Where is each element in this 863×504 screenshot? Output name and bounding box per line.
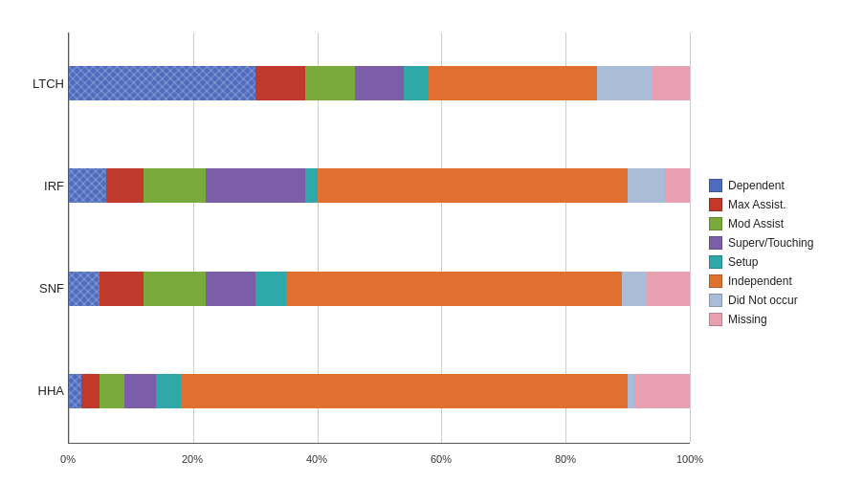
x-axis: 0%20%40%60%80%100% <box>68 453 690 472</box>
bar-label-snf: SNF <box>16 281 64 296</box>
segment-superv-touching <box>124 374 155 408</box>
segment-did-not-occur <box>622 272 647 306</box>
legend-item-did-not-occur: Did Not occur <box>709 294 843 307</box>
segment-setup <box>255 272 286 306</box>
segment-dependent <box>69 272 100 306</box>
bars-section: LTCHIRFSNFHHA <box>68 33 690 444</box>
segment-dependent <box>69 168 106 203</box>
legend-item-mod-assist: Mod Assist <box>709 217 843 230</box>
bar-row-snf: SNF <box>69 265 690 313</box>
segment-missing <box>653 66 690 100</box>
segment-superv-touching <box>206 272 255 306</box>
segment-did-not-occur <box>597 66 653 100</box>
bar-row-irf: IRF <box>69 162 690 209</box>
legend-item-missing: Missing <box>709 313 843 326</box>
segment-superv-touching <box>206 168 305 203</box>
legend-label-setup: Setup <box>728 255 758 269</box>
legend-color-superv-touching <box>709 236 722 250</box>
x-label-5: 100% <box>676 453 703 465</box>
legend-color-mod-assist <box>709 217 722 230</box>
bar-row-hha: HHA <box>69 367 690 415</box>
segment-independent <box>429 66 596 100</box>
stacked-bar-irf <box>69 168 690 203</box>
x-label-1: 20% <box>182 453 203 465</box>
stacked-bar-hha <box>69 374 690 408</box>
legend-label-mod-assist: Mod Assist <box>728 217 784 230</box>
legend-label-did-not-occur: Did Not occur <box>728 294 798 307</box>
legend-color-max-assist- <box>709 198 722 211</box>
legend-item-setup: Setup <box>709 255 843 269</box>
segment-superv-touching <box>355 66 405 100</box>
segment-independent <box>181 374 628 408</box>
chart-container: LTCHIRFSNFHHA 0%20%40%60%80%100% Depende… <box>11 13 852 492</box>
legend-item-superv-touching: Superv/Touching <box>709 236 843 250</box>
segment-independent <box>318 168 629 203</box>
legend-color-setup <box>709 255 722 269</box>
chart-area: LTCHIRFSNFHHA 0%20%40%60%80%100% <box>11 23 699 482</box>
legend-item-dependent: Dependent <box>709 179 843 192</box>
legend-color-missing <box>709 313 722 326</box>
segment-mod-assist <box>305 66 355 100</box>
segment-mod-assist <box>144 168 206 203</box>
legend-label-independent: Independent <box>728 274 792 288</box>
bar-row-ltch: LTCH <box>69 59 690 107</box>
legend-color-did-not-occur <box>709 294 722 307</box>
legend-label-missing: Missing <box>728 313 767 326</box>
legend-label-dependent: Dependent <box>728 179 785 192</box>
segment-max-assist- <box>81 374 100 408</box>
segment-missing <box>647 272 690 306</box>
segment-mod-assist <box>144 272 206 306</box>
x-label-2: 40% <box>306 453 327 465</box>
segment-independent <box>286 272 621 306</box>
segment-dependent <box>69 374 81 408</box>
segment-mod-assist <box>100 374 124 408</box>
stacked-bar-ltch <box>69 66 690 100</box>
segment-max-assist- <box>100 272 143 306</box>
x-label-0: 0% <box>60 453 76 465</box>
segment-dependent <box>69 66 255 100</box>
bar-label-ltch: LTCH <box>16 77 64 91</box>
legend-label-max-assist-: Max Assist. <box>728 198 786 211</box>
segment-setup <box>404 66 429 100</box>
legend-color-independent <box>709 274 722 288</box>
segment-max-assist- <box>255 66 305 100</box>
legend-item-independent: Independent <box>709 274 843 288</box>
legend: DependentMax Assist.Mod AssistSuperv/Tou… <box>699 23 852 482</box>
legend-label-superv-touching: Superv/Touching <box>728 236 813 250</box>
stacked-bar-snf <box>69 272 690 306</box>
legend-item-max-assist-: Max Assist. <box>709 198 843 211</box>
segment-setup <box>305 168 318 203</box>
legend-color-dependent <box>709 179 722 192</box>
bar-label-hha: HHA <box>16 383 64 398</box>
bar-label-irf: IRF <box>16 179 64 193</box>
segment-missing <box>665 168 690 203</box>
x-label-4: 80% <box>555 453 576 465</box>
x-label-3: 60% <box>431 453 452 465</box>
segment-max-assist- <box>106 168 144 203</box>
segment-did-not-occur <box>628 168 665 203</box>
segment-setup <box>156 374 181 408</box>
segment-missing <box>634 374 690 408</box>
